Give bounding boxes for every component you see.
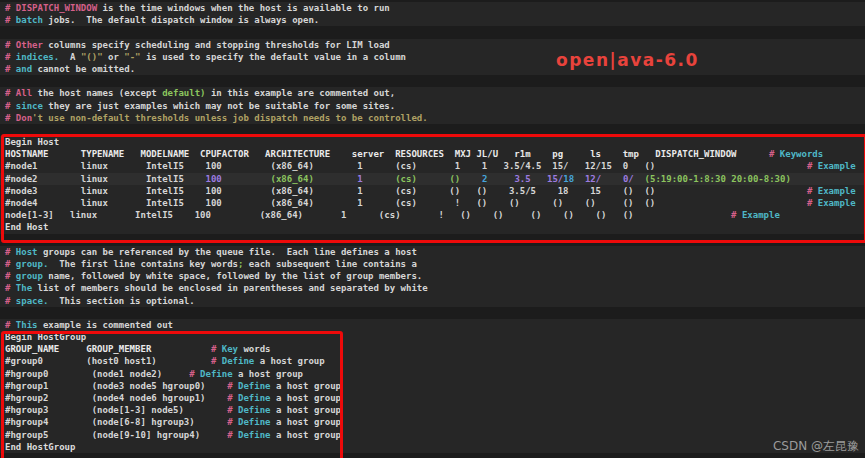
code-line[interactable] (0, 234, 865, 246)
code-line[interactable]: # Don't use non-default thresholds unles… (0, 112, 865, 124)
code-segment: #node4 linux IntelI5 100 (x86_64) 1 (cs)… (5, 198, 807, 208)
code-line[interactable]: # DISPATCH_WINDOW is the time windows wh… (0, 2, 865, 14)
code-segment (460, 174, 482, 184)
code-segment: the host names (except (32, 88, 162, 98)
code-line[interactable]: #node3 linux IntelI5 100 (x86_64) 1 (cs)… (0, 185, 865, 197)
code-line[interactable]: # space. This section is optional. (0, 295, 865, 307)
code-segment: words (238, 344, 271, 354)
code-segment: and (10, 64, 32, 74)
code-segment: End HostGroup (5, 442, 75, 452)
code-line[interactable]: End Host (0, 221, 865, 233)
code-segment: a host group (271, 417, 341, 427)
code-line[interactable]: HOSTNAME TYPENAME MODELNAME CPUFACTOR AR… (0, 148, 865, 160)
code-segment: example is commented out (38, 320, 173, 330)
code-segment: The (10, 283, 32, 293)
code-segment: 3.5 (514, 174, 530, 184)
code-segment: Define (238, 430, 271, 440)
code-segment: Begin Host (5, 137, 59, 147)
code-segment: # (227, 430, 238, 440)
code-segment: # DISPATCH_WINDOW (5, 3, 97, 13)
code-line[interactable]: # Other columns specify scheduling and s… (0, 39, 865, 51)
code-segment: The first line contains key words (48, 259, 238, 269)
code-segment: # (769, 149, 780, 159)
code-segment: Host (10, 247, 37, 257)
code-line[interactable]: #hgroup1 (node3 node5 hgroup0) # Define … (0, 380, 865, 392)
code-line[interactable]: GROUP_NAME GROUP_MEMBER # Key words (0, 343, 865, 355)
code-line[interactable] (0, 124, 865, 136)
code-segment: (5:19:00-1:8:30 20:00-8:30) (645, 174, 791, 184)
openlava-watermark: open|ava-6.0 (556, 50, 699, 70)
code-segment: # (211, 344, 222, 354)
code-line[interactable]: Begin Host (0, 136, 865, 148)
code-line[interactable]: # This example is commented out (0, 319, 865, 331)
code-line[interactable]: #hgroup3 (node[1-3] node5) # Define a ho… (0, 404, 865, 416)
code-segment: #hgroup4 (node[6-8] hgroup3) (5, 417, 227, 427)
code-segment: #hgroup3 (node[1-3] node5) (5, 405, 227, 415)
code-segment: Begin HostGroup (5, 332, 86, 342)
code-segment: # (731, 210, 742, 220)
code-segment: indices. (10, 52, 59, 62)
code-segment: End Host (5, 222, 48, 232)
code-segment (634, 174, 645, 184)
code-segment: is used to specify the default value in … (141, 52, 407, 62)
code-segment: #node1 linux IntelI5 100 (x86_64) 1 (cs)… (5, 161, 807, 171)
code-line[interactable]: #hgroup4 (node[6-8] hgroup3) # Define a … (0, 416, 865, 428)
code-segment: Define (238, 417, 271, 427)
code-line[interactable]: node[1-3] linux IntelI5 100 (x86_64) 1 (… (0, 209, 865, 221)
code-line[interactable]: # All the host names (except default) in… (0, 87, 865, 99)
code-line[interactable]: #node4 linux IntelI5 100 (x86_64) 1 (cs)… (0, 197, 865, 209)
code-segment: # Don (5, 113, 32, 123)
code-segment: 't use non-default thresholds unless job… (32, 113, 428, 123)
code-line[interactable]: # Host groups can be referenced by the q… (0, 246, 865, 258)
code-segment: (x86_64) (271, 174, 314, 184)
code-line[interactable]: #group0 (host0 host1) # Define a host gr… (0, 355, 865, 367)
code-line[interactable]: #node1 linux IntelI5 100 (x86_64) 1 (cs)… (0, 160, 865, 172)
csdn-watermark: CSDN @左昆豫 (773, 438, 859, 455)
code-segment: cannot be omitted. (32, 64, 135, 74)
code-segment: GROUP_NAME GROUP_MEMBER (5, 344, 211, 354)
code-line[interactable] (0, 75, 865, 87)
code-line[interactable]: # batch jobs. The default dispatch windo… (0, 14, 865, 26)
code-segment: # (807, 161, 818, 171)
code-segment: This (10, 320, 37, 330)
code-line[interactable]: # indices. A "()" or "-" is used to spec… (0, 51, 865, 63)
code-segment: Keywords (780, 149, 823, 159)
code-line[interactable]: # The list of members should be enclosed… (0, 282, 865, 294)
code-segment: a host group (271, 430, 341, 440)
code-line[interactable]: #hgroup0 (node1 node2) # Define a host g… (0, 368, 865, 380)
code-segment: (cs) (395, 174, 417, 184)
code-segment: 100 (205, 174, 221, 184)
code-segment: in this example are commented out, (206, 88, 396, 98)
code-line[interactable]: End HostGroup (0, 441, 865, 453)
code-line[interactable]: # group. The first line contains key wor… (0, 258, 865, 270)
code-line[interactable] (0, 307, 865, 319)
code-segment: group (10, 271, 43, 281)
code-segment: #group0 (host0 host1) (5, 356, 211, 366)
code-segment: or (103, 52, 125, 62)
code-line[interactable]: Begin HostGroup (0, 331, 865, 343)
code-line[interactable] (0, 26, 865, 38)
code-line[interactable]: # since they are just examples which may… (0, 100, 865, 112)
code-segment: A (59, 52, 81, 62)
code-line-current[interactable]: #node2 linux IntelI5 100 (x86_64) 1 (cs)… (0, 173, 865, 185)
code-segment (574, 174, 585, 184)
code-segment: name, followed by white space, followed … (43, 271, 422, 281)
code-segment (314, 174, 357, 184)
code-segment: () (449, 174, 460, 184)
code-segment: Key (222, 344, 238, 354)
code-segment: # (189, 369, 200, 379)
code-line[interactable]: #hgroup5 (node[9-10] hgroup4) # Define a… (0, 429, 865, 441)
code-segment: 15/ (547, 174, 563, 184)
code-segment: 18 (563, 174, 574, 184)
code-line[interactable]: # and cannot be omitted. (0, 63, 865, 75)
code-editor[interactable]: # DISPATCH_WINDOW is the time windows wh… (0, 0, 865, 453)
code-line[interactable]: #hgroup2 (node4 node6 hgroup1) # Define … (0, 392, 865, 404)
code-line[interactable]: # group name, followed by white space, f… (0, 270, 865, 282)
code-segment: default) (162, 88, 205, 98)
code-segment (363, 174, 396, 184)
code-segment: Define (238, 405, 271, 415)
code-segment: # (227, 405, 238, 415)
code-segment: Define (200, 369, 233, 379)
code-segment (531, 174, 547, 184)
code-segment: a host group (233, 369, 303, 379)
